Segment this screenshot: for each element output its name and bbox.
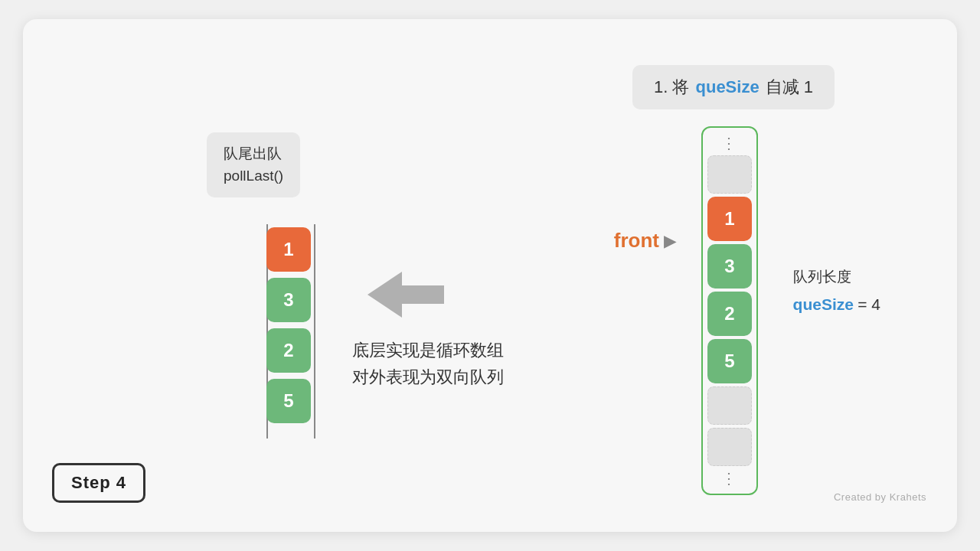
bottom-dots-icon: ⋮ [721,471,738,486]
queue-size-formula: queSize = 4 [793,290,880,319]
array-cell-1: 1 [707,197,752,241]
array-cell-2: 2 [707,292,752,336]
step-badge: Step 4 [52,463,145,503]
right-array: ⋮ 1 3 2 5 ⋮ [701,126,758,495]
info-box: 1. 将 queSize 自减 1 [632,65,835,109]
left-arrow-icon [368,272,444,318]
info-highlight: queSize [696,77,760,97]
center-line2: 对外表现为双向队列 [352,364,504,390]
stack-cell-3: 2 [266,328,311,373]
queue-size-equals: = 4 [858,295,880,313]
array-cell-3: 3 [707,244,752,289]
queue-size-code: queSize [793,295,854,313]
stack-cell-2: 3 [266,278,311,322]
slide: 1. 将 queSize 自减 1 队尾出队 pollLast() 1 3 2 … [23,19,957,532]
label-line2: pollLast() [224,165,283,187]
arrow-container [368,272,444,318]
left-stack: 1 3 2 5 [266,224,311,426]
info-text-after: 自减 1 [766,76,813,99]
array-cell-empty-mid [707,386,752,425]
queue-size-info: 队列长度 queSize = 4 [793,264,880,319]
center-line1: 底层实现是循环数组 [352,337,504,364]
label-box: 队尾出队 pollLast() [207,132,300,197]
top-dots-icon: ⋮ [721,135,738,151]
center-text: 底层实现是循环数组 对外表现为双向队列 [352,337,504,390]
front-arrow-icon: ▶ [664,232,675,250]
array-cell-5: 5 [707,339,752,383]
stack-cell-1: 1 [266,227,311,272]
label-line1: 队尾出队 [224,143,283,165]
stack-cell-4: 5 [266,379,311,423]
queue-size-label: 队列长度 [793,264,880,290]
info-text-before: 1. 将 [654,76,689,99]
array-cell-empty-bot [707,428,752,466]
credit-text: Created by Krahets [834,491,926,503]
front-label: front ▶ [614,229,675,253]
array-cell-empty-top [707,155,752,194]
front-text: front [614,229,659,253]
